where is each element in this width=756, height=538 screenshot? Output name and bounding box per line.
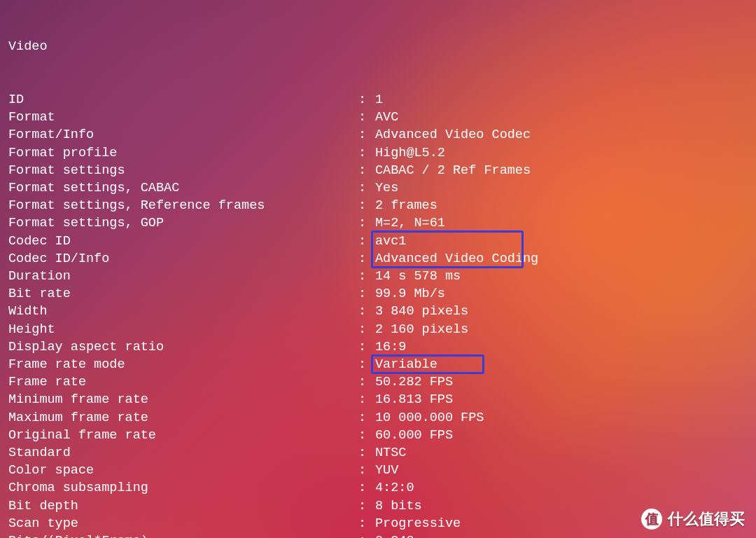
info-row: Format/Info: Advanced Video Codec [8, 126, 750, 144]
info-value: Variable [375, 356, 438, 373]
colon-separator: : [358, 126, 375, 144]
info-key: Maximum frame rate [8, 409, 358, 427]
colon-separator: : [358, 162, 375, 179]
info-value: YUV [375, 462, 398, 479]
info-value: 3 840 pixels [375, 303, 468, 320]
info-value: 2 frames [375, 197, 438, 214]
info-key: Format settings, CABAC [8, 179, 358, 197]
info-value: Advanced Video Coding [375, 250, 538, 268]
info-key: Bit depth [8, 497, 358, 515]
info-key: Original frame rate [8, 427, 358, 444]
info-row: Original frame rate: 60.000 FPS [8, 427, 750, 444]
info-key: Width [8, 303, 358, 320]
info-row: Codec ID/Info: Advanced Video Coding [8, 250, 750, 268]
info-row: Format settings, CABAC: Yes [8, 179, 750, 197]
colon-separator: : [358, 321, 375, 338]
info-value: 50.282 FPS [375, 373, 453, 391]
section-header: Video [8, 38, 750, 55]
info-row: Format profile: High@L5.2 [8, 144, 750, 162]
info-value: Progressive [375, 515, 461, 532]
info-key: Minimum frame rate [8, 391, 358, 408]
colon-separator: : [358, 409, 375, 427]
info-value: Advanced Video Codec [375, 126, 531, 144]
watermark: 值 什么值得买 [641, 509, 745, 530]
colon-separator: : [358, 197, 375, 214]
colon-separator: : [358, 515, 375, 532]
info-value: avc1 [375, 233, 406, 250]
info-value: 0.240 [375, 532, 414, 538]
info-row: Bit rate: 99.9 Mb/s [8, 285, 750, 303]
mediainfo-output: Video ID: 1Format: AVCFormat/Info: Advan… [8, 3, 750, 538]
info-row: Duration: 14 s 578 ms [8, 268, 750, 285]
colon-separator: : [358, 356, 375, 373]
info-value: 16.813 FPS [375, 391, 453, 408]
info-row: Chroma subsampling: 4:2:0 [8, 479, 750, 497]
colon-separator: : [358, 444, 375, 462]
colon-separator: : [358, 303, 375, 320]
info-value: M=2, N=61 [375, 214, 445, 232]
info-value: 1 [375, 91, 383, 109]
info-key: Codec ID [8, 233, 358, 250]
info-key: Format [8, 109, 358, 126]
colon-separator: : [358, 144, 375, 162]
info-row: Format: AVC [8, 109, 750, 126]
info-key: Format/Info [8, 126, 358, 144]
info-row: Format settings: CABAC / 2 Ref Frames [8, 162, 750, 179]
colon-separator: : [358, 479, 375, 497]
info-value: 2 160 pixels [375, 321, 468, 338]
info-row: Standard: NTSC [8, 444, 750, 462]
info-value: NTSC [375, 444, 406, 462]
colon-separator: : [358, 268, 375, 285]
info-value: High@L5.2 [375, 144, 445, 162]
info-row: Color space: YUV [8, 462, 750, 479]
info-row: Maximum frame rate: 10 000.000 FPS [8, 409, 750, 427]
info-key: Format settings, Reference frames [8, 197, 358, 214]
info-key: Chroma subsampling [8, 479, 358, 497]
colon-separator: : [358, 250, 375, 268]
info-key: ID [8, 91, 358, 109]
info-value: 4:2:0 [375, 479, 414, 497]
colon-separator: : [358, 109, 375, 126]
colon-separator: : [358, 285, 375, 303]
info-key: Color space [8, 462, 358, 479]
info-key: Frame rate [8, 373, 358, 391]
info-key: Codec ID/Info [8, 250, 358, 268]
info-row: Width: 3 840 pixels [8, 303, 750, 320]
colon-separator: : [358, 532, 375, 538]
info-row: Codec ID: avc1 [8, 233, 750, 250]
colon-separator: : [358, 91, 375, 109]
info-row: Format settings, Reference frames: 2 fra… [8, 197, 750, 214]
colon-separator: : [358, 427, 375, 444]
info-key: Standard [8, 444, 358, 462]
info-key: Scan type [8, 515, 358, 532]
info-key: Format settings [8, 162, 358, 179]
section-title: Video [8, 38, 358, 55]
info-value: 16:9 [375, 338, 406, 356]
info-value: AVC [375, 109, 398, 126]
colon-separator: : [358, 373, 375, 391]
info-row: Frame rate: 50.282 FPS [8, 373, 750, 391]
info-value: 8 bits [375, 497, 422, 515]
info-value: CABAC / 2 Ref Frames [375, 162, 531, 179]
info-value: 14 s 578 ms [375, 268, 461, 285]
info-row: Frame rate mode: Variable [8, 356, 750, 373]
info-key: Bits/(Pixel*Frame) [8, 532, 358, 538]
info-key: Frame rate mode [8, 356, 358, 373]
info-key: Format profile [8, 144, 358, 162]
watermark-badge-icon: 值 [641, 509, 662, 530]
info-key: Format settings, GOP [8, 214, 358, 232]
info-value: 60.000 FPS [375, 427, 453, 444]
colon-separator: : [358, 338, 375, 356]
info-row: Bit depth: 8 bits [8, 497, 750, 515]
info-key: Bit rate [8, 285, 358, 303]
colon-separator: : [358, 179, 375, 197]
colon-separator: : [358, 497, 375, 515]
info-key: Display aspect ratio [8, 338, 358, 356]
info-value: 99.9 Mb/s [375, 285, 445, 303]
colon-separator: : [358, 214, 375, 232]
info-row: Bits/(Pixel*Frame): 0.240 [8, 532, 750, 538]
info-value: 10 000.000 FPS [375, 409, 484, 427]
info-row: Height: 2 160 pixels [8, 321, 750, 338]
info-row: Minimum frame rate: 16.813 FPS [8, 391, 750, 408]
info-key: Height [8, 321, 358, 338]
